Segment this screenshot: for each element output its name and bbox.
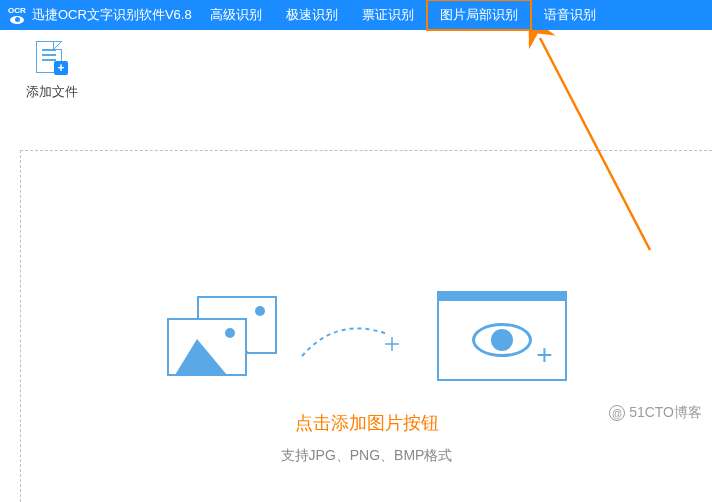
add-file-button[interactable]: + 添加文件 (16, 35, 88, 107)
tab-fast-recognition[interactable]: 极速识别 (274, 0, 350, 30)
preview-window-icon: + (437, 291, 567, 381)
app-title: 迅捷OCR文字识别软件V6.8 (32, 6, 192, 24)
watermark-icon: @ (609, 405, 625, 421)
illustration: + (21, 291, 712, 381)
add-file-label: 添加文件 (26, 83, 78, 101)
photo-stack-icon (167, 296, 277, 376)
add-file-icon: + (36, 41, 68, 77)
eye-icon (472, 323, 532, 357)
tab-advanced-recognition[interactable]: 高级识别 (198, 0, 274, 30)
ocr-logo-icon: OCR (6, 4, 28, 26)
title-bar: OCR 迅捷OCR文字识别软件V6.8 高级识别 极速识别 票证识别 图片局部识… (0, 0, 712, 30)
plus-icon: + (536, 341, 552, 369)
tab-image-partial-recognition[interactable]: 图片局部识别 (426, 0, 532, 31)
toolbar: + 添加文件 (0, 30, 712, 112)
tab-voice-recognition[interactable]: 语音识别 (532, 0, 608, 30)
app-logo: OCR 迅捷OCR文字识别软件V6.8 (0, 4, 198, 26)
dashed-arrow-icon (297, 306, 417, 366)
caption-sub: 支持JPG、PNG、BMP格式 (21, 447, 712, 465)
tab-ticket-recognition[interactable]: 票证识别 (350, 0, 426, 30)
drop-zone[interactable]: + 点击添加图片按钮 支持JPG、PNG、BMP格式 (20, 150, 712, 502)
watermark: @ 51CTO博客 (609, 404, 702, 422)
header-tabs: 高级识别 极速识别 票证识别 图片局部识别 语音识别 (198, 0, 608, 30)
